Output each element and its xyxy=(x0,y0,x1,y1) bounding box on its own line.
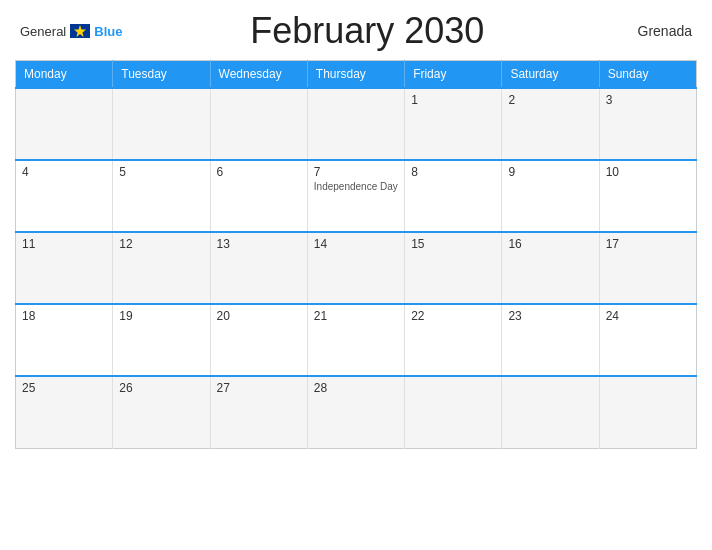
country-label: Grenada xyxy=(612,23,692,39)
day-number: 17 xyxy=(606,237,690,251)
day-number: 6 xyxy=(217,165,301,179)
day-number: 24 xyxy=(606,309,690,323)
day-cell: 20 xyxy=(210,304,307,376)
day-cell: 17 xyxy=(599,232,696,304)
day-header-sunday: Sunday xyxy=(599,61,696,89)
day-cell: 22 xyxy=(405,304,502,376)
day-cell: 14 xyxy=(307,232,404,304)
day-cell: 4 xyxy=(16,160,113,232)
day-number: 26 xyxy=(119,381,203,395)
day-number: 27 xyxy=(217,381,301,395)
day-number: 28 xyxy=(314,381,398,395)
day-header-thursday: Thursday xyxy=(307,61,404,89)
day-number: 11 xyxy=(22,237,106,251)
day-header-saturday: Saturday xyxy=(502,61,599,89)
day-number: 16 xyxy=(508,237,592,251)
day-cell xyxy=(307,88,404,160)
day-number: 7 xyxy=(314,165,398,179)
day-number: 25 xyxy=(22,381,106,395)
day-cell: 3 xyxy=(599,88,696,160)
day-cell: 10 xyxy=(599,160,696,232)
day-cell: 18 xyxy=(16,304,113,376)
logo-flag-icon xyxy=(70,24,90,38)
day-cell: 16 xyxy=(502,232,599,304)
day-cell xyxy=(210,88,307,160)
logo-blue-text: Blue xyxy=(94,24,122,39)
day-cell xyxy=(405,376,502,448)
day-number: 5 xyxy=(119,165,203,179)
day-cell: 27 xyxy=(210,376,307,448)
week-row-4: 18192021222324 xyxy=(16,304,697,376)
calendar-title: February 2030 xyxy=(122,10,612,52)
day-cell: 21 xyxy=(307,304,404,376)
day-number: 12 xyxy=(119,237,203,251)
day-header-wednesday: Wednesday xyxy=(210,61,307,89)
day-header-friday: Friday xyxy=(405,61,502,89)
day-cell: 23 xyxy=(502,304,599,376)
day-cell: 1 xyxy=(405,88,502,160)
day-cell: 7Independence Day xyxy=(307,160,404,232)
week-row-3: 11121314151617 xyxy=(16,232,697,304)
week-row-2: 4567Independence Day8910 xyxy=(16,160,697,232)
day-number: 3 xyxy=(606,93,690,107)
day-number: 2 xyxy=(508,93,592,107)
day-cell: 25 xyxy=(16,376,113,448)
day-number: 4 xyxy=(22,165,106,179)
day-cell xyxy=(113,88,210,160)
day-cell: 8 xyxy=(405,160,502,232)
day-cell: 6 xyxy=(210,160,307,232)
day-cell: 13 xyxy=(210,232,307,304)
logo: General Blue xyxy=(20,24,122,39)
day-cell: 9 xyxy=(502,160,599,232)
day-number: 1 xyxy=(411,93,495,107)
day-number: 8 xyxy=(411,165,495,179)
week-row-5: 25262728 xyxy=(16,376,697,448)
day-headers: MondayTuesdayWednesdayThursdayFridaySatu… xyxy=(16,61,697,89)
day-cell: 12 xyxy=(113,232,210,304)
day-number: 15 xyxy=(411,237,495,251)
day-number: 20 xyxy=(217,309,301,323)
day-number: 22 xyxy=(411,309,495,323)
day-header-tuesday: Tuesday xyxy=(113,61,210,89)
day-cell: 2 xyxy=(502,88,599,160)
logo-general-text: General xyxy=(20,24,66,39)
day-cell: 11 xyxy=(16,232,113,304)
event-label: Independence Day xyxy=(314,181,398,192)
day-number: 9 xyxy=(508,165,592,179)
day-cell xyxy=(599,376,696,448)
day-cell: 15 xyxy=(405,232,502,304)
day-cell: 28 xyxy=(307,376,404,448)
day-number: 21 xyxy=(314,309,398,323)
calendar-header: General Blue February 2030 Grenada xyxy=(15,10,697,52)
day-header-monday: Monday xyxy=(16,61,113,89)
day-number: 10 xyxy=(606,165,690,179)
day-number: 13 xyxy=(217,237,301,251)
day-cell: 19 xyxy=(113,304,210,376)
day-cell xyxy=(16,88,113,160)
day-number: 23 xyxy=(508,309,592,323)
calendar-body: 1234567Independence Day89101112131415161… xyxy=(16,88,697,448)
day-cell: 5 xyxy=(113,160,210,232)
calendar-container: General Blue February 2030 Grenada Monda… xyxy=(0,0,712,550)
day-cell: 26 xyxy=(113,376,210,448)
day-number: 19 xyxy=(119,309,203,323)
day-cell xyxy=(502,376,599,448)
day-cell: 24 xyxy=(599,304,696,376)
day-number: 18 xyxy=(22,309,106,323)
calendar-table: MondayTuesdayWednesdayThursdayFridaySatu… xyxy=(15,60,697,449)
calendar-header-row: MondayTuesdayWednesdayThursdayFridaySatu… xyxy=(16,61,697,89)
day-number: 14 xyxy=(314,237,398,251)
week-row-1: 123 xyxy=(16,88,697,160)
